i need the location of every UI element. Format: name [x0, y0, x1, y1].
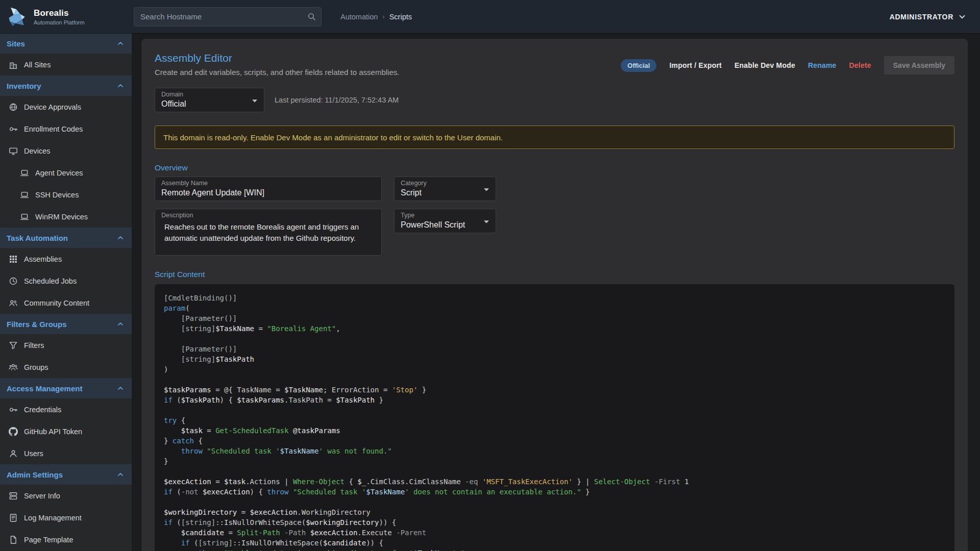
sidebar-item-page-template[interactable]: Page Template [0, 529, 132, 550]
code-line: [Parameter()] [164, 313, 945, 323]
filter-icon [8, 340, 18, 350]
sidebar-section-inventory[interactable]: Inventory [0, 76, 132, 96]
delete-button[interactable]: Delete [849, 61, 871, 69]
code-line: if ($TaskPath) { $taskParams.TaskPath = … [164, 395, 945, 405]
sidebar-item-enrollment-codes[interactable]: Enrollment Codes [0, 118, 132, 140]
sidebar-item-users[interactable]: Users [0, 442, 132, 464]
laptop-icon [19, 168, 29, 178]
chevron-down-icon [250, 96, 260, 106]
chevron-down-icon [481, 217, 492, 227]
editor-actions: Official Import / Export Enable Dev Mode… [621, 56, 954, 74]
app-root: Borealis Automation Platform Automation … [0, 0, 980, 551]
grid-icon [8, 254, 18, 264]
code-line: if ([string]::IsNullOrWhiteSpace($candid… [164, 538, 945, 548]
code-line: $task = Get-ScheduledTask @taskParams [164, 425, 945, 436]
brand-area[interactable]: Borealis Automation Platform [0, 6, 132, 28]
description-field[interactable]: Description Reaches out to the remote Bo… [155, 209, 382, 256]
search-icon[interactable] [307, 12, 316, 21]
code-line [164, 405, 945, 415]
sidebar-item-groups[interactable]: Groups [0, 356, 132, 378]
sidebar-item-label: Devices [24, 147, 51, 155]
breadcrumb-item-automation[interactable]: Automation [340, 13, 378, 21]
script-content-section-label: Script Content [155, 270, 954, 279]
save-assembly-button[interactable]: Save Assembly [884, 56, 954, 74]
chevron-up-icon [116, 234, 125, 242]
sidebar-item-label: Agent Devices [35, 169, 83, 177]
rename-button[interactable]: Rename [808, 61, 837, 69]
people-icon [8, 298, 18, 308]
borealis-logo-icon [6, 6, 29, 28]
sidebar-item-scheduled-jobs[interactable]: Scheduled Jobs [0, 270, 132, 292]
code-line: param( [164, 303, 945, 313]
description-label: Description [161, 212, 193, 219]
chevron-down-icon [958, 12, 967, 21]
sidebar: SitesAll SitesInventoryDevice ApprovalsE… [0, 33, 132, 551]
sidebar-item-winrm-devices[interactable]: WinRM Devices [0, 206, 132, 228]
sidebar-item-community-content[interactable]: Community Content [0, 292, 132, 314]
key-icon [8, 405, 18, 414]
code-line [164, 497, 945, 507]
sidebar-item-label: Groups [24, 363, 48, 371]
domain-select[interactable]: Domain Official [155, 88, 264, 112]
chevron-up-icon [116, 39, 125, 47]
code-line: if ([string]::IsNullOrWhiteSpace($workin… [164, 517, 945, 528]
laptop-icon [19, 212, 29, 221]
server-icon [8, 491, 18, 500]
sidebar-section-sites[interactable]: Sites [0, 33, 132, 54]
official-domain-chip: Official [621, 59, 656, 72]
sidebar-section-label: Access Management [7, 384, 82, 393]
type-select[interactable]: Type PowerShell Script [394, 209, 496, 233]
code-line: throw "Scheduled task '$TaskName' was no… [164, 446, 945, 456]
breadcrumb-item-scripts[interactable]: Scripts [389, 13, 412, 21]
type-label: Type [401, 212, 414, 219]
page-subtitle: Create and edit variables, scripts, and … [155, 68, 399, 77]
sidebar-item-server-info[interactable]: Server Info [0, 485, 132, 507]
sidebar-section-access-management[interactable]: Access Management [0, 378, 132, 398]
assembly-name-field[interactable]: Assembly Name [155, 177, 382, 201]
breadcrumb: Automation › Scripts [340, 13, 412, 21]
sidebar-section-task-automation[interactable]: Task Automation [0, 228, 132, 248]
category-select[interactable]: Category Script [394, 177, 496, 201]
domain-select-label: Domain [161, 91, 183, 98]
sidebar-section-admin-settings[interactable]: Admin Settings [0, 464, 132, 485]
script-content-editor[interactable]: [CmdletBinding()]param( [Parameter()] [s… [155, 284, 954, 551]
globe-icon [8, 102, 18, 112]
sidebar-item-label: Enrollment Codes [24, 125, 83, 133]
assembly-editor-panel: Assembly Editor Create and edit variable… [141, 39, 968, 551]
main-content: Assembly Editor Create and edit variable… [132, 33, 980, 551]
sidebar-item-label: GitHub API Token [24, 428, 82, 436]
sidebar-item-label: Device Approvals [24, 103, 81, 111]
sidebar-item-devices[interactable]: Devices [0, 140, 132, 162]
sidebar-section-filters-groups[interactable]: Filters & Groups [0, 314, 132, 334]
sidebar-item-label: Community Content [24, 299, 89, 307]
sidebar-item-ssh-devices[interactable]: SSH Devices [0, 184, 132, 206]
sidebar-item-device-approvals[interactable]: Device Approvals [0, 96, 132, 118]
page-title: Assembly Editor [155, 52, 399, 64]
code-line: try { [164, 415, 945, 425]
search-input[interactable] [140, 12, 307, 21]
user-icon [8, 448, 18, 458]
sidebar-item-credentials[interactable]: Credentials [0, 398, 132, 420]
enable-dev-mode-button[interactable]: Enable Dev Mode [734, 61, 795, 69]
sidebar-item-filters[interactable]: Filters [0, 334, 132, 356]
sidebar-section-label: Sites [7, 39, 25, 48]
breadcrumb-separator: › [382, 13, 384, 20]
import-export-button[interactable]: Import / Export [669, 61, 722, 69]
sidebar-item-agent-devices[interactable]: Agent Devices [0, 162, 132, 184]
sidebar-item-github-api-token[interactable]: GitHub API Token [0, 420, 132, 442]
chevron-up-icon [116, 320, 125, 328]
code-line: [Parameter()] [164, 344, 945, 354]
log-icon [8, 513, 18, 522]
sidebar-item-log-management[interactable]: Log Management [0, 507, 132, 529]
sidebar-item-label: Page Template [24, 536, 73, 544]
code-line [164, 374, 945, 385]
sidebar-item-all-sites[interactable]: All Sites [0, 54, 132, 76]
hostname-search[interactable] [134, 7, 322, 27]
sidebar-item-label: Log Management [24, 514, 82, 522]
admin-menu-button[interactable]: ADMINISTRATOR [890, 12, 967, 21]
sidebar-item-label: Credentials [24, 406, 61, 414]
code-line: [string]$TaskName = "Borealis Agent", [164, 323, 945, 334]
code-line: $candidate = Split-Path -Path $execActio… [164, 528, 945, 538]
devices-icon [8, 146, 18, 156]
sidebar-item-assemblies[interactable]: Assemblies [0, 248, 132, 270]
